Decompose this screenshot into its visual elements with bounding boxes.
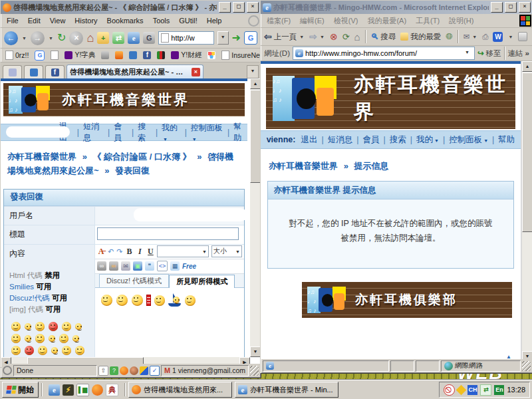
forum-banner[interactable]: 亦軒耳機音樂世界 [266,68,515,129]
bookmark-camera-icon[interactable] [101,51,109,59]
menu-view[interactable]: 檢視(V) [329,15,363,27]
address-input[interactable]: e http://www.mingo-hmw.com/forum/ ▼ [293,47,475,60]
menu-bookmarks[interactable]: Bookmarks [102,15,148,26]
resize-grip[interactable] [522,361,531,371]
tab-mini-facebook[interactable]: f [45,65,65,78]
vertical-scrollbar[interactable]: ▲ ▼ [250,78,261,357]
menu-help[interactable]: 說明(H) [444,15,478,27]
smiley-icon[interactable] [25,323,31,330]
menu-tools[interactable]: 工具(T) [411,15,444,27]
nav-members[interactable]: 會員 [362,134,379,146]
links-button[interactable]: 連結» [508,49,529,59]
nav-members[interactable]: 會員 [114,121,128,144]
tab-list-button[interactable]: ▼ [247,65,259,78]
font-select[interactable]: ▼ [157,245,209,257]
smiley-icon[interactable] [38,346,47,355]
breadcrumb-forum[interactable]: 《 綜合討論區 / 口水簿 》 [92,152,191,162]
underline-button[interactable]: U [146,247,154,257]
nav-search[interactable]: 搜索 [138,121,152,144]
nav-my[interactable]: 我的▼ [416,134,439,146]
menu-edit[interactable]: Edit [23,15,45,26]
firefox-titlebar[interactable]: 啓得機場塊地竟然用來起公屋~ - 《 綜合討論區 / 口水簿 》 - 亦軒耳機音… [1,1,261,14]
sync-button[interactable]: ⇄ [112,32,124,44]
chinese-app-icon[interactable]: 典 [106,384,118,396]
url-bar[interactable]: http://w [158,31,213,45]
monkey-icon[interactable] [130,366,138,375]
firefox-quicklaunch-icon[interactable] [92,384,103,396]
close-button[interactable]: × [247,2,259,13]
scroll-up-arrow[interactable]: ▲ [522,61,532,72]
go-button[interactable]: ➜ [232,33,241,43]
nav-search[interactable]: 搜索 [390,134,406,146]
menu-file[interactable]: File [2,15,23,26]
free-button[interactable]: Free [182,263,196,270]
forward-dropdown[interactable]: ▼ [319,35,325,39]
firefox-addon-icon[interactable] [120,366,128,375]
menu-tools[interactable]: Tools [148,15,175,26]
code-button[interactable]: <> [157,261,168,271]
ie-titlebar[interactable]: e 亦軒耳機音樂世界 - Mingo-HMW.com - Microsoft I… [261,1,532,14]
bookmark-bars-icon[interactable] [157,51,165,59]
bookmark-blue-icon[interactable] [129,51,137,59]
maximize-button[interactable]: □ [505,2,517,13]
forward-dropdown[interactable]: ▼ [48,36,54,41]
scrollbar-thumb[interactable] [522,72,532,232]
bookmark-g-icon[interactable]: G [35,51,45,61]
smiley-icon[interactable] [62,322,71,331]
maximize-button[interactable]: □ [233,2,245,13]
clock[interactable]: 13:28 [507,386,525,394]
home-button[interactable]: ⌂ [354,31,360,43]
new-folder-button[interactable]: + [97,32,109,44]
discuss-button[interactable] [518,32,527,41]
task-button-ie[interactable]: e 亦軒耳機音樂世界 - Min... [235,382,338,398]
nav-control-panel[interactable]: 控制面板▼ [191,122,223,143]
image-button[interactable]: ▣ [133,261,142,271]
menu-view[interactable]: View [45,15,70,26]
nav-control-panel[interactable]: 控制面板▼ [449,134,488,146]
tab-active[interactable]: 啓得機場塊地竟然用來起公屋~ - … × [66,65,203,78]
url-dropdown-button[interactable]: ▼ [217,31,229,45]
unlink-button[interactable]: ∞ [109,261,118,271]
menu-edit[interactable]: 編輯(E) [295,15,329,27]
menu-favorites[interactable]: 我的最愛(A) [362,15,411,27]
checkbox-icon[interactable]: ✓ [150,366,160,376]
tab-close-icon[interactable]: × [192,68,200,76]
table-button[interactable]: ▦ [170,261,180,271]
ime-tool-icon[interactable] [456,384,467,395]
vertical-scrollbar[interactable]: ▲ ▼ [522,61,532,362]
bookmark-yahoo-dict[interactable]: Y!字典 [65,51,95,60]
bookmark-page-icon[interactable] [51,51,59,60]
clock-icon[interactable] [3,366,12,375]
nav-my[interactable]: 我的▼ [162,122,181,143]
smiley-icon[interactable] [35,334,45,343]
nav-help[interactable]: 幫助 [233,121,247,144]
mute-icon[interactable]: ⃠ [444,384,455,396]
language-badge[interactable]: CH [467,385,477,395]
smiley-icon[interactable] [11,346,21,355]
club-banner[interactable]: 亦軒耳機俱樂部 [302,282,512,318]
stop-button[interactable]: × [69,31,83,45]
smiley-icon[interactable] [25,335,31,342]
editor-content-area[interactable] [95,288,244,357]
menu-history[interactable]: History [70,15,102,26]
question-icon[interactable]: ? [110,366,118,375]
bold-button[interactable]: B [125,247,133,257]
facebook-icon[interactable]: f [143,51,151,59]
start-button[interactable]: 開始 [2,382,39,398]
smiley-icon[interactable] [49,335,55,342]
bookmark-0rz[interactable]: 0rz!! [5,51,29,60]
smiley-icon[interactable] [72,335,79,342]
gutil-button[interactable]: G [143,32,155,44]
ie-quicklaunch-icon[interactable]: e [49,384,60,396]
reload-button[interactable]: ↻ [57,33,66,43]
back-dropdown[interactable]: ▼ [299,35,305,39]
minimize-button[interactable]: _ [219,2,231,13]
search-button[interactable]: 🔍︎搜尋 [371,32,396,42]
smiley-icon[interactable] [11,334,21,343]
link-button[interactable]: ∞ [97,261,106,271]
close-button[interactable]: × [519,2,531,13]
mail-dropdown[interactable]: ▼ [471,35,477,39]
forward-button[interactable]: → [31,31,45,45]
menu-gutil[interactable]: GUtil! [174,15,202,26]
resize-grip[interactable] [250,366,259,376]
